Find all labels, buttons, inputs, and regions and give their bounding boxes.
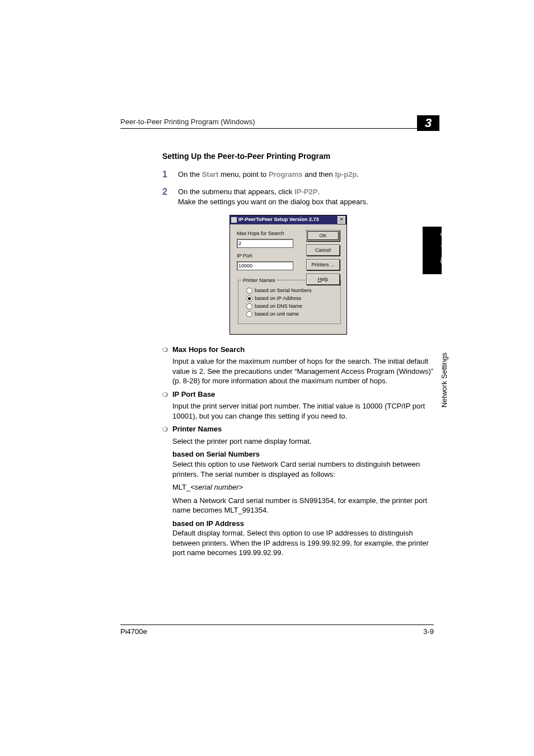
def-printer-names-term: Printer Names <box>172 425 222 433</box>
step-2: 2 On the submenu that appears, click IP-… <box>162 187 439 206</box>
app-icon <box>231 217 237 223</box>
radio-icon <box>246 303 252 309</box>
ipp2p-menu-ref: IP-P2P <box>294 187 317 196</box>
help-button[interactable]: Help <box>306 274 340 285</box>
step-2-text-a: On the submenu that appears, click <box>178 187 294 196</box>
ip-port-input[interactable]: 10000 <box>237 261 293 270</box>
dialog-body: Max Hops for Search 2 IP Port 10000 OK C… <box>230 224 346 334</box>
close-icon[interactable]: × <box>338 216 345 224</box>
start-menu-ref: Start <box>202 170 219 179</box>
ip-p2p-dialog: IP-PeerToPeer Setup Version 2.73 × Max H… <box>229 215 347 335</box>
dialog-screenshot: IP-PeerToPeer Setup Version 2.73 × Max H… <box>229 215 439 335</box>
dialog-button-column: OK Cancel Printers ... Help <box>306 230 340 288</box>
radio-dns[interactable]: based on DNS Name <box>246 303 337 309</box>
content-area: Peer-to-Peer Printing Program (Windows) … <box>120 118 434 561</box>
sub-ip-body: Default display format. Select this opti… <box>172 528 439 558</box>
def-max-hops-body: Input a value for the maximum number of … <box>172 356 439 386</box>
step-1-text-d: . <box>357 170 359 179</box>
cancel-button[interactable]: Cancel <box>306 245 340 256</box>
step-1-text-a: On the <box>178 170 202 179</box>
radio-serial[interactable]: based on Serial Numbers <box>246 287 337 294</box>
dialog-titlebar: IP-PeerToPeer Setup Version 2.73 × <box>230 215 346 224</box>
radio-unit[interactable]: based on unit name <box>246 311 337 317</box>
step-2-number: 2 <box>162 186 167 198</box>
step-2-text-b: . <box>317 187 320 196</box>
radio-icon <box>246 295 252 302</box>
section-tab-label: Network Settings <box>440 353 448 407</box>
chapter-tab-label: Chapter 3 <box>439 232 447 264</box>
body: Setting Up the Peer-to-Peer Printing Pro… <box>162 151 439 558</box>
def-ip-port-term: IP Port Base <box>172 390 215 398</box>
bullet-icon: ❍ <box>162 425 168 434</box>
def-ip-port: ❍ IP Port Base <box>162 389 439 400</box>
serial-fmt-var: <serial number> <box>190 483 243 491</box>
chapter-number-box: 3 <box>417 115 439 131</box>
step-1-text-b: menu, point to <box>218 170 269 179</box>
step-1: 1 On the Start menu, point to Programs a… <box>162 170 439 180</box>
page: Peer-to-Peer Printing Program (Windows) … <box>0 0 534 756</box>
def-max-hops: ❍ Max Hops for Search <box>162 345 439 355</box>
programs-ref: Programs <box>269 170 303 179</box>
bullet-icon: ❍ <box>162 391 168 399</box>
bullet-icon: ❍ <box>162 346 168 354</box>
def-printer-names: ❍ Printer Names <box>162 424 439 434</box>
step-2-line2: Make the settings you want on the dialog… <box>178 198 368 206</box>
printers-button[interactable]: Printers ... <box>306 259 340 270</box>
ipp2p-ref: Ip-p2p <box>335 170 357 179</box>
page-footer: Pi4700e 3-9 <box>120 624 434 636</box>
sub-serial-format: MLT_<serial number> <box>172 482 439 492</box>
ok-button[interactable]: OK <box>306 230 340 241</box>
radio-serial-label: based on Serial Numbers <box>255 287 312 294</box>
sub-serial-body2: When a Network Card serial number is SN9… <box>172 496 439 515</box>
section-heading: Setting Up the Peer-to-Peer Printing Pro… <box>162 151 439 162</box>
page-number: 3-9 <box>423 627 434 636</box>
running-head-text: Peer-to-Peer Printing Program (Windows) <box>120 118 255 126</box>
product-name: Pi4700e <box>120 627 147 636</box>
radio-ip-label: based on IP Address <box>255 295 301 302</box>
radio-icon <box>246 311 252 317</box>
serial-fmt-pre: MLT_ <box>172 483 190 491</box>
sub-ip-term: based on IP Address <box>172 519 439 529</box>
radio-unit-label: based on unit name <box>255 311 299 317</box>
step-1-number: 1 <box>162 168 167 181</box>
def-ip-port-body: Input the print server initial port numb… <box>172 401 439 421</box>
definitions: ❍ Max Hops for Search Input a value for … <box>162 345 439 558</box>
printer-names-legend: Printer Names <box>242 277 277 284</box>
sub-serial-term: based on Serial Numbers <box>172 449 439 459</box>
running-head: Peer-to-Peer Printing Program (Windows) … <box>120 118 423 129</box>
def-printer-names-body1: Select the printer port name display for… <box>172 436 439 447</box>
help-rest: elp <box>321 276 328 282</box>
radio-icon <box>246 288 252 294</box>
step-1-text-c: and then <box>303 170 335 179</box>
sub-serial-body1: Select this option to use Network Card s… <box>172 459 439 479</box>
def-max-hops-term: Max Hops for Search <box>172 345 245 354</box>
max-hops-input[interactable]: 2 <box>237 239 293 248</box>
radio-ip[interactable]: based on IP Address <box>246 295 337 302</box>
dialog-title: IP-PeerToPeer Setup Version 2.73 <box>238 216 318 223</box>
radio-dns-label: based on DNS Name <box>255 303 302 309</box>
